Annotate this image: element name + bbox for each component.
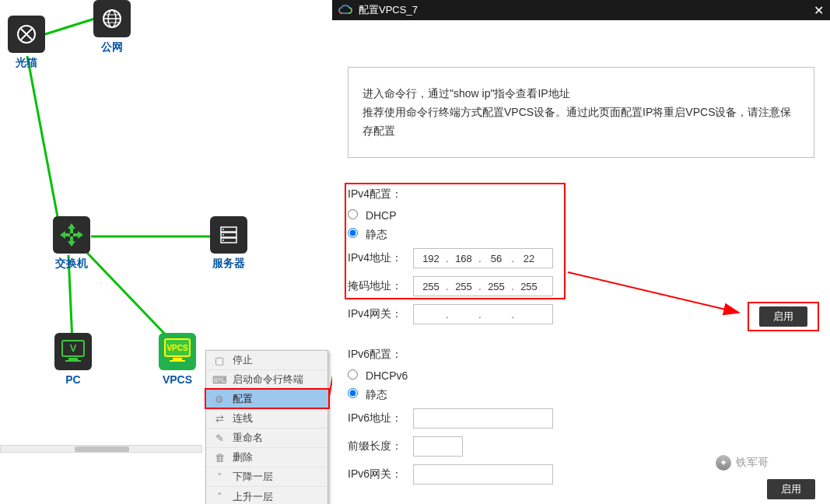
canvas-h-scrollbar[interactable]: [0, 445, 202, 453]
rename-icon: ✎: [212, 432, 226, 444]
node-pc[interactable]: V PC: [54, 333, 92, 386]
wechat-icon: ✦: [716, 455, 731, 471]
node-label: PC: [54, 373, 92, 386]
svg-rect-23: [173, 358, 182, 360]
node-vpcs[interactable]: VPCS VPCS: [159, 333, 196, 386]
ipv6-section-label: IPv6配置：: [348, 348, 413, 362]
svg-line-1: [27, 56, 61, 233]
menu-lower[interactable]: ˅下降一层: [206, 467, 327, 487]
ipv4-gw-input[interactable]: . . .: [413, 304, 553, 324]
cloud-icon: [338, 5, 352, 16]
svg-line-4: [87, 253, 173, 342]
modem-icon: [8, 16, 45, 53]
ipv6-addr-input[interactable]: [413, 408, 553, 429]
svg-text:V: V: [70, 342, 77, 354]
node-server[interactable]: 服务器: [210, 216, 247, 271]
server-icon: [210, 216, 247, 254]
node-switch[interactable]: 交换机: [53, 216, 90, 271]
link-icon: ⇄: [212, 413, 226, 425]
scrollbar-thumb[interactable]: [75, 446, 129, 452]
node-label: 服务器: [210, 257, 247, 271]
ipv4-mask-input[interactable]: 255. 255. 255. 255: [413, 276, 553, 296]
close-icon[interactable]: ✕: [814, 3, 824, 18]
vpcs-config-dialog: 配置VPCS_7 ✕ 进入命令行，通过"show ip"指令查看IP地址 推荐使…: [332, 0, 830, 504]
node-label: 公网: [93, 40, 131, 54]
notice-line2: 推荐使用命令行终端方式配置VPCS设备。通过此页面配置IP将重启VPCS设备，请…: [362, 103, 800, 141]
ipv4-addr-input[interactable]: 192. 168. 56. 22: [413, 248, 553, 268]
ipv6-static-radio[interactable]: 静态: [348, 388, 387, 402]
ipv6-gw-input[interactable]: [413, 464, 553, 485]
terminal-icon: ⌨: [212, 374, 226, 386]
svg-line-0: [45, 17, 100, 34]
watermark: ✦ 铁军哥: [716, 455, 769, 471]
apply-button-footer[interactable]: 启用: [767, 479, 815, 499]
node-label: 光猫: [8, 56, 45, 70]
menu-configure[interactable]: ⚙配置: [206, 390, 327, 409]
switch-icon: [53, 216, 90, 254]
ipv6-gw-label: IPv6网关：: [348, 467, 413, 481]
ipv4-static-radio[interactable]: 静态: [348, 228, 387, 242]
menu-raise[interactable]: ˄上升一层: [206, 487, 327, 504]
raise-icon: ˄: [212, 491, 226, 502]
menu-open-terminal[interactable]: ⌨启动命令行终端: [206, 370, 327, 390]
gear-icon: ⚙: [212, 394, 226, 405]
stop-icon: ▢: [212, 355, 226, 366]
node-label: VPCS: [159, 373, 196, 386]
menu-delete[interactable]: 🗑删除: [206, 448, 327, 467]
trash-icon: 🗑: [212, 452, 226, 464]
menu-stop[interactable]: ▢停止: [206, 351, 327, 370]
ipv4-addr-label: IPv4地址：: [348, 251, 413, 265]
svg-rect-19: [68, 358, 78, 360]
node-label: 交换机: [53, 257, 90, 271]
svg-text:VPCS: VPCS: [166, 344, 188, 352]
ipv4-dhcp-radio[interactable]: DHCP: [348, 209, 397, 222]
svg-point-16: [222, 240, 224, 241]
apply-button[interactable]: 启用: [759, 306, 807, 327]
dialog-title: 配置VPCS_7: [359, 3, 418, 17]
ipv6-dhcp-radio[interactable]: DHCPv6: [348, 369, 408, 382]
ipv4-section-label: IPv4配置：: [348, 187, 413, 201]
menu-rename[interactable]: ✎重命名: [206, 429, 327, 448]
notice-box: 进入命令行，通过"show ip"指令查看IP地址 推荐使用命令行终端方式配置V…: [348, 67, 814, 158]
ipv4-gw-label: IPv4网关：: [348, 307, 413, 321]
globe-icon: [93, 0, 131, 37]
menu-link[interactable]: ⇄连线: [206, 409, 327, 429]
ipv6-prefix-label: 前缀长度：: [348, 439, 413, 453]
vpcs-icon: VPCS: [159, 333, 196, 370]
svg-point-14: [222, 229, 224, 230]
highlight-apply: 启用: [748, 302, 819, 331]
svg-point-15: [222, 234, 224, 236]
vpcs-context-menu: ▢停止 ⌨启动命令行终端 ⚙配置 ⇄连线 ✎重命名 🗑删除 ˅下降一层 ˄上升一…: [205, 350, 328, 504]
notice-line1: 进入命令行，通过"show ip"指令查看IP地址: [362, 85, 800, 103]
dialog-titlebar[interactable]: 配置VPCS_7 ✕: [332, 0, 830, 20]
node-optical-modem[interactable]: 光猫: [8, 16, 45, 70]
svg-rect-20: [65, 360, 81, 362]
ipv4-section: IPv4配置： DHCP 静态 IPv4地址： 192. 168. 56. 22…: [348, 187, 814, 324]
pc-icon: V: [54, 333, 92, 370]
ipv4-mask-label: 掩码地址：: [348, 279, 413, 293]
svg-rect-24: [170, 360, 185, 362]
node-public-net[interactable]: 公网: [93, 0, 131, 54]
ipv6-prefix-input[interactable]: [413, 436, 463, 457]
ipv6-addr-label: IPv6地址：: [348, 411, 413, 425]
lower-icon: ˅: [212, 471, 226, 483]
